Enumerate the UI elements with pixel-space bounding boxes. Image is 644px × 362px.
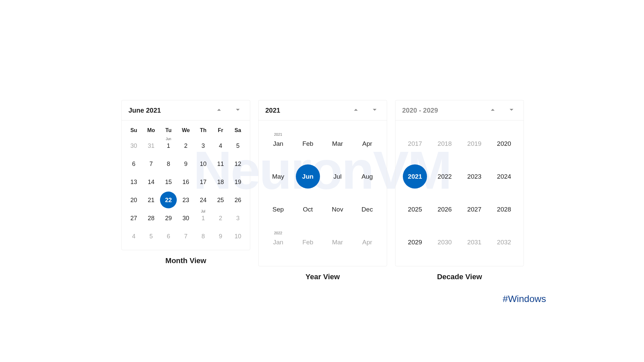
day-cell[interactable]: 9	[212, 227, 229, 245]
day-cell[interactable]: Jun1	[160, 137, 177, 155]
month-cell[interactable]: May	[263, 164, 293, 190]
weekday-label: Fr	[212, 127, 229, 133]
year-next-button[interactable]	[370, 106, 379, 115]
year-cell[interactable]: 2032	[489, 229, 519, 255]
day-cell[interactable]: 20	[125, 191, 143, 209]
day-cell[interactable]: 3	[195, 137, 212, 155]
day-cell[interactable]: 14	[143, 173, 160, 191]
day-cell[interactable]: 28	[143, 209, 160, 227]
year-cell[interactable]: 2023	[460, 164, 489, 190]
month-cell[interactable]: Jun	[293, 164, 323, 190]
day-number: 28	[148, 215, 155, 222]
month-cell[interactable]: Feb	[293, 131, 323, 157]
month-cell[interactable]: Jul	[323, 164, 353, 190]
month-cell[interactable]: Aug	[353, 164, 382, 190]
decade-view-nav	[488, 106, 519, 115]
month-cell[interactable]: Mar	[323, 229, 353, 255]
day-cell[interactable]: 8	[160, 155, 177, 173]
day-cell[interactable]: 30	[125, 137, 143, 155]
day-cell[interactable]: 7	[143, 155, 160, 173]
year-cell[interactable]: 2019	[460, 131, 489, 157]
year-cell[interactable]: 2021	[400, 164, 430, 190]
day-cell[interactable]: 10	[229, 227, 247, 245]
day-cell[interactable]: 31	[143, 137, 160, 155]
year-cell[interactable]: 2018	[430, 131, 460, 157]
day-cell[interactable]: 29	[160, 209, 177, 227]
day-cell[interactable]: Jul1	[195, 209, 212, 227]
day-cell[interactable]: 3	[229, 209, 247, 227]
decade-next-button[interactable]	[507, 106, 516, 115]
day-cell[interactable]: 23	[177, 191, 195, 209]
month-view-title[interactable]: June 2021	[128, 107, 161, 114]
year-cell[interactable]: 2026	[430, 196, 460, 223]
day-cell[interactable]: 21	[143, 191, 160, 209]
day-cell[interactable]: 4	[125, 227, 143, 245]
day-cell[interactable]: 16	[177, 173, 195, 191]
day-number: 21	[148, 196, 155, 203]
month-prev-button[interactable]	[214, 106, 224, 115]
day-cell[interactable]: 11	[212, 155, 229, 173]
day-number: 20	[130, 196, 137, 203]
day-cell[interactable]: 6	[160, 227, 177, 245]
year-label: 2025	[408, 206, 422, 213]
day-cell[interactable]: 13	[125, 173, 143, 191]
month-cell[interactable]: 2021Jan	[263, 131, 293, 157]
decade-view-column: 2020 - 2029 2017201820192020202120222023…	[395, 100, 524, 281]
day-cell[interactable]: 2	[177, 137, 195, 155]
day-cell[interactable]: 7	[177, 227, 195, 245]
year-cell[interactable]: 2027	[460, 196, 489, 223]
day-cell[interactable]: 2	[212, 209, 229, 227]
day-cell[interactable]: 17	[195, 173, 212, 191]
day-cell[interactable]: 4	[212, 137, 229, 155]
year-prev-button[interactable]	[351, 106, 361, 115]
day-cell[interactable]: 5	[229, 137, 247, 155]
day-cell[interactable]: 10	[195, 155, 212, 173]
day-number: 7	[150, 160, 153, 167]
month-view-nav	[214, 106, 245, 115]
day-cell[interactable]: 24	[195, 191, 212, 209]
day-cell[interactable]: 12	[229, 155, 247, 173]
day-cell[interactable]: 27	[125, 209, 143, 227]
day-cell[interactable]: 30	[177, 209, 195, 227]
month-cell[interactable]: 2022Jan	[263, 229, 293, 255]
year-label: 2029	[408, 239, 422, 246]
month-next-button[interactable]	[233, 106, 243, 115]
hashtag-label: #Windows	[503, 294, 546, 304]
day-number: 8	[202, 233, 205, 240]
month-cell[interactable]: Sep	[263, 196, 293, 223]
month-cell[interactable]: Dec	[353, 196, 382, 223]
day-cell[interactable]: 26	[229, 191, 247, 209]
day-cell[interactable]: 15	[160, 173, 177, 191]
month-cell[interactable]: Apr	[353, 131, 382, 157]
month-view-column: June 2021 SuMoTuWeThFrSa 3031Jun12345678…	[121, 100, 250, 281]
day-cell[interactable]: 25	[212, 191, 229, 209]
year-cell[interactable]: 2024	[489, 164, 519, 190]
day-cell[interactable]: 18	[212, 173, 229, 191]
year-cell[interactable]: 2022	[430, 164, 460, 190]
month-cell[interactable]: Oct	[293, 196, 323, 223]
day-number: 30	[130, 142, 137, 149]
month-cell[interactable]: Nov	[323, 196, 353, 223]
day-number: 10	[200, 160, 207, 167]
day-cell[interactable]: 8	[195, 227, 212, 245]
decade-prev-button[interactable]	[488, 106, 497, 115]
year-cell[interactable]: 2020	[489, 131, 519, 157]
year-cell[interactable]: 2025	[400, 196, 430, 223]
day-number: 7	[184, 233, 187, 240]
month-cell[interactable]: Mar	[323, 131, 353, 157]
day-cell[interactable]: 22	[160, 191, 177, 209]
year-cell[interactable]: 2029	[400, 229, 430, 255]
year-view-title[interactable]: 2021	[265, 107, 280, 114]
year-cell[interactable]: 2017	[400, 131, 430, 157]
month-cell[interactable]: Apr	[353, 229, 382, 255]
day-cell[interactable]: 9	[177, 155, 195, 173]
day-cell[interactable]: 5	[143, 227, 160, 245]
month-grid: 2021JanFebMarAprMayJunJulAugSepOctNovDec…	[262, 125, 383, 261]
year-cell[interactable]: 2028	[489, 196, 519, 223]
year-cell[interactable]: 2031	[460, 229, 489, 255]
day-cell[interactable]: 19	[229, 173, 247, 191]
month-cell[interactable]: Feb	[293, 229, 323, 255]
year-cell[interactable]: 2030	[430, 229, 460, 255]
day-cell[interactable]: 6	[125, 155, 143, 173]
decade-view-title[interactable]: 2020 - 2029	[402, 107, 438, 114]
